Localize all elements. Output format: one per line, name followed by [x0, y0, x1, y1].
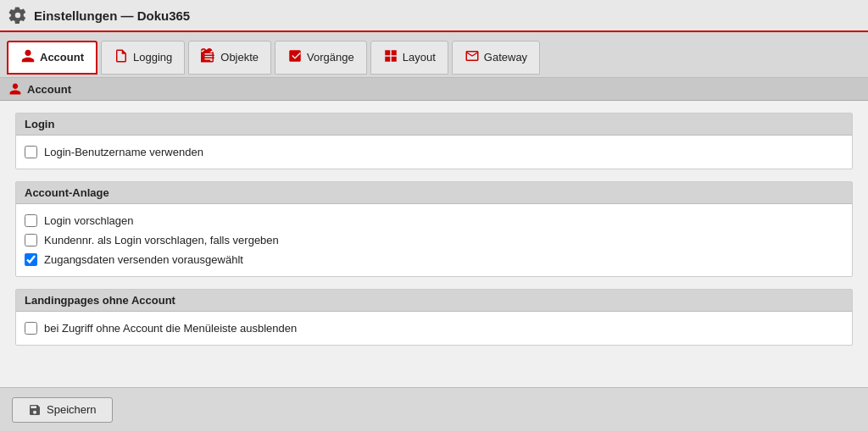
gateway-tab-icon	[465, 48, 480, 67]
objekte-tab-icon	[201, 48, 216, 67]
group-landingpages: Landingpages ohne Account bei Zugriff oh…	[15, 289, 853, 346]
checkbox-row-login-benutzername: Login-Benutzername verwenden	[25, 142, 843, 162]
tab-vorgaenge-label: Vorgänge	[307, 51, 354, 64]
tab-layout[interactable]: Layout	[370, 41, 448, 75]
tab-logging-label: Logging	[133, 51, 172, 64]
checkbox-kundennr-login[interactable]	[25, 234, 37, 246]
footer: Speichern	[0, 387, 868, 431]
tab-account-label: Account	[40, 51, 84, 64]
gear-icon	[8, 6, 27, 25]
section-header: Account	[0, 78, 868, 101]
save-icon	[28, 403, 42, 417]
label-login-vorschlagen: Login vorschlagen	[44, 214, 134, 227]
layout-tab-icon	[383, 48, 398, 67]
group-account-anlage-title: Account-Anlage	[16, 182, 852, 204]
section-account-icon	[8, 82, 22, 96]
group-login-title: Login	[16, 114, 852, 136]
tab-objekte-label: Objekte	[220, 51, 259, 64]
label-login-benutzername: Login-Benutzername verwenden	[44, 146, 203, 158]
tab-logging[interactable]: Logging	[101, 41, 185, 75]
group-login: Login Login-Benutzername verwenden	[15, 113, 853, 169]
save-button-label: Speichern	[47, 403, 97, 416]
logging-tab-icon	[114, 48, 129, 67]
section-title: Account	[27, 83, 71, 96]
group-account-anlage: Account-Anlage Login vorschlagen Kundenn…	[15, 181, 853, 277]
label-zugangsdaten: Zugangsdaten versenden vorausgewählt	[44, 253, 243, 266]
tabs-row: Account Logging Objekte Vorgänge	[0, 32, 868, 78]
checkbox-row-kundennr-login: Kundennr. als Login vorschlagen, falls v…	[25, 230, 843, 250]
title-bar: Einstellungen — Doku365	[0, 0, 868, 32]
tab-objekte[interactable]: Objekte	[188, 41, 271, 75]
checkbox-row-login-vorschlagen: Login vorschlagen	[25, 211, 843, 230]
tab-account[interactable]: Account	[7, 41, 97, 75]
tab-gateway-label: Gateway	[484, 51, 527, 64]
page-title: Einstellungen — Doku365	[34, 8, 190, 23]
group-account-anlage-body: Login vorschlagen Kundennr. als Login vo…	[16, 204, 852, 276]
save-button[interactable]: Speichern	[12, 397, 113, 423]
checkbox-login-vorschlagen[interactable]	[25, 214, 37, 227]
tab-vorgaenge[interactable]: Vorgänge	[275, 41, 367, 75]
checkbox-login-benutzername[interactable]	[25, 146, 37, 158]
group-landingpages-body: bei Zugriff ohne Account die Menüleiste …	[16, 312, 852, 345]
checkbox-row-menueleiste: bei Zugriff ohne Account die Menüleiste …	[25, 318, 843, 338]
vorgaenge-tab-icon	[287, 48, 303, 67]
checkbox-zugangsdaten[interactable]	[25, 253, 37, 266]
checkbox-menueleiste[interactable]	[25, 322, 37, 335]
account-tab-icon	[20, 48, 36, 67]
label-kundennr-login: Kundennr. als Login vorschlagen, falls v…	[44, 234, 279, 246]
tab-layout-label: Layout	[403, 51, 436, 64]
main-content: Login Login-Benutzername verwenden Accou…	[0, 101, 868, 387]
checkbox-row-zugangsdaten: Zugangsdaten versenden vorausgewählt	[25, 250, 843, 269]
tab-gateway[interactable]: Gateway	[452, 41, 540, 75]
group-login-body: Login-Benutzername verwenden	[16, 136, 852, 169]
label-menueleiste: bei Zugriff ohne Account die Menüleiste …	[44, 322, 297, 335]
group-landingpages-title: Landingpages ohne Account	[16, 290, 852, 312]
